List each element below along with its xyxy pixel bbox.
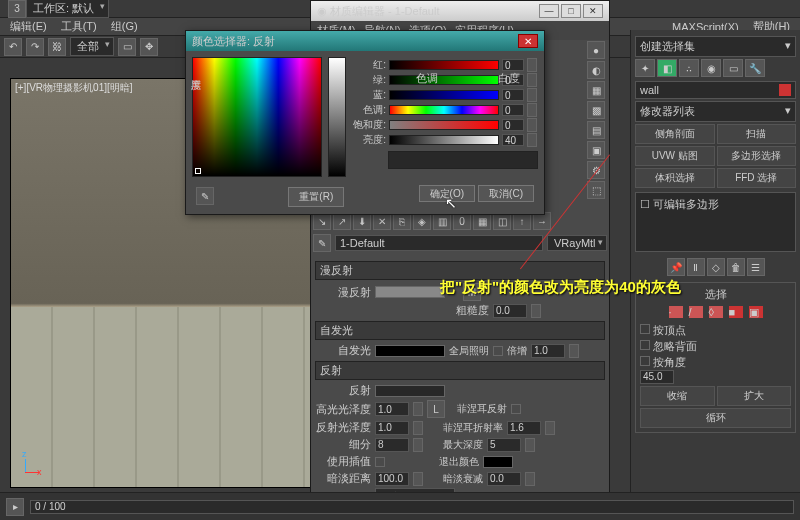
mult-spinner[interactable]: 1.0	[531, 344, 565, 358]
mod-button[interactable]: 体积选择	[635, 168, 715, 188]
spinner-buttons[interactable]	[527, 118, 537, 132]
sat-value[interactable]: 0	[502, 119, 524, 131]
spinner-buttons[interactable]	[525, 472, 535, 486]
reflect-gloss-spinner[interactable]: 1.0	[375, 421, 409, 435]
time-slider[interactable]: 0 / 100	[30, 500, 794, 514]
maxdepth-spinner[interactable]: 5	[487, 438, 521, 452]
red-value[interactable]: 0	[502, 59, 524, 71]
angle-spinner[interactable]: 45.0	[640, 370, 674, 384]
value-slider[interactable]	[389, 135, 499, 145]
mod-button[interactable]: 侧角剖面	[635, 124, 715, 144]
modify-tab-icon[interactable]: ◧	[657, 59, 677, 77]
selection-set-dropdown[interactable]: 创建选择集▾	[635, 36, 796, 57]
edge-icon[interactable]: /	[689, 306, 703, 318]
red-slider[interactable]	[389, 60, 499, 70]
dim-falloff-spinner[interactable]: 0.0	[487, 472, 521, 486]
mod-button[interactable]: FFD 选择	[717, 168, 797, 188]
menu-group[interactable]: 组(G)	[105, 17, 144, 36]
polygon-icon[interactable]: ■	[729, 306, 743, 318]
spinner-buttons[interactable]	[527, 88, 537, 102]
shrink-button[interactable]: 收缩	[640, 386, 715, 406]
filter-dropdown[interactable]: 全部	[70, 37, 114, 56]
maximize-icon[interactable]: □	[561, 4, 581, 18]
motion-tab-icon[interactable]: ◉	[701, 59, 721, 77]
spinner-buttons[interactable]	[413, 472, 423, 486]
display-tab-icon[interactable]: ▭	[723, 59, 743, 77]
spinner-buttons[interactable]	[527, 103, 537, 117]
utilities-tab-icon[interactable]: 🔧	[745, 59, 765, 77]
element-icon[interactable]: ▣	[749, 306, 763, 318]
diffuse-swatch[interactable]	[375, 286, 445, 298]
video-check-icon[interactable]: ▤	[587, 121, 605, 139]
spinner-buttons[interactable]	[413, 438, 423, 452]
show-result-icon[interactable]: Ⅱ	[687, 258, 705, 276]
subdivs-spinner[interactable]: 8	[375, 438, 409, 452]
selfillum-swatch[interactable]	[375, 345, 445, 357]
fresnel-checkbox[interactable]	[511, 404, 521, 414]
object-color-swatch[interactable]	[779, 84, 791, 96]
exit-color-swatch[interactable]	[483, 456, 513, 468]
selfillum-section[interactable]: 自发光	[315, 321, 605, 340]
workspace-dropdown[interactable]: 工作区: 默认	[26, 0, 109, 18]
mod-button[interactable]: 扫描	[717, 124, 797, 144]
spinner-buttons[interactable]	[413, 402, 423, 416]
border-icon[interactable]: ◊	[709, 306, 723, 318]
material-name-input[interactable]	[335, 235, 543, 251]
select-icon[interactable]: ▭	[118, 38, 136, 56]
spinner-buttons[interactable]	[569, 344, 579, 358]
hue-value[interactable]: 0	[502, 104, 524, 116]
move-icon[interactable]: ✥	[140, 38, 158, 56]
uv-tile-icon[interactable]: ▩	[587, 101, 605, 119]
modifier-list-dropdown[interactable]: 修改器列表▾	[635, 101, 796, 122]
link-icon[interactable]: ⛓	[48, 38, 66, 56]
redo-icon[interactable]: ↷	[26, 38, 44, 56]
whiteness-slider[interactable]	[328, 57, 346, 177]
spinner-buttons[interactable]	[545, 421, 555, 435]
value-value[interactable]: 40	[502, 134, 524, 146]
select-by-mat-icon[interactable]: ⬚	[587, 181, 605, 199]
options-icon[interactable]: ⚙	[587, 161, 605, 179]
create-tab-icon[interactable]: ✦	[635, 59, 655, 77]
minimize-icon[interactable]: —	[539, 4, 559, 18]
hue-saturation-field[interactable]	[192, 57, 322, 177]
hilight-gloss-spinner[interactable]: 1.0	[375, 402, 409, 416]
ignore-backface-checkbox[interactable]	[640, 340, 650, 350]
dim-dist-spinner[interactable]: 100.0	[375, 472, 409, 486]
spinner-buttons[interactable]	[525, 438, 535, 452]
mod-button[interactable]: UVW 贴图	[635, 146, 715, 166]
spinner-buttons[interactable]	[527, 58, 537, 72]
vertex-icon[interactable]: ·	[669, 306, 683, 318]
hue-slider[interactable]	[389, 105, 499, 115]
spinner-buttons[interactable]	[527, 133, 537, 147]
menu-edit[interactable]: 编辑(E)	[4, 17, 53, 36]
undo-icon[interactable]: ↶	[4, 38, 22, 56]
reflect-swatch[interactable]	[375, 385, 445, 397]
blue-value[interactable]: 0	[502, 89, 524, 101]
blue-slider[interactable]	[389, 90, 499, 100]
menu-tools[interactable]: 工具(T)	[55, 17, 103, 36]
material-type-button[interactable]: VRayMtl	[547, 235, 607, 251]
material-editor-titlebar[interactable]: ◉ 材质编辑器 - 1-Default — □ ✕	[311, 1, 609, 21]
modifier-stack[interactable]: ☐ 可编辑多边形	[635, 192, 796, 252]
cancel-button[interactable]: 取消(C)	[478, 185, 534, 202]
grow-button[interactable]: 扩大	[717, 386, 792, 406]
make-unique-icon[interactable]: ◇	[707, 258, 725, 276]
spinner-buttons[interactable]	[527, 73, 537, 87]
sat-slider[interactable]	[389, 120, 499, 130]
backlight-icon[interactable]: ◐	[587, 61, 605, 79]
close-icon[interactable]: ✕	[583, 4, 603, 18]
object-name-field[interactable]: wall	[635, 81, 796, 99]
lock-icon[interactable]: L	[427, 400, 445, 418]
pin-stack-icon[interactable]: 📌	[667, 258, 685, 276]
use-interp-checkbox[interactable]	[375, 457, 385, 467]
sample-type-icon[interactable]: ●	[587, 41, 605, 59]
spinner-buttons[interactable]	[413, 421, 423, 435]
color-cursor[interactable]	[195, 168, 201, 174]
ring-button[interactable]: 循环	[640, 408, 791, 428]
color-picker-titlebar[interactable]: 颜色选择器: 反射 ✕	[186, 31, 544, 51]
eyedropper-icon[interactable]: ✎	[196, 187, 214, 205]
by-vertex-checkbox[interactable]	[640, 324, 650, 334]
background-icon[interactable]: ▦	[587, 81, 605, 99]
mod-button[interactable]: 多边形选择	[717, 146, 797, 166]
reset-button[interactable]: 重置(R)	[288, 187, 344, 207]
